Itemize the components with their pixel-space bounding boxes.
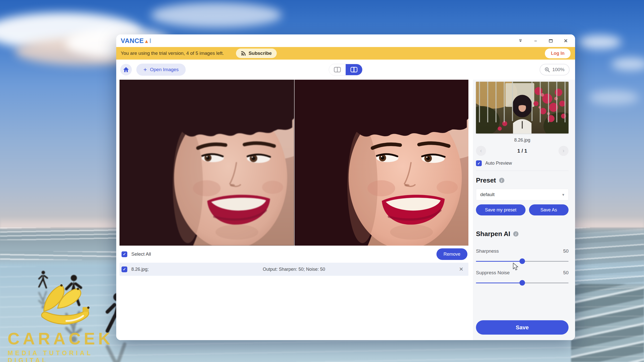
select-all-row: ✓ Select All Remove: [119, 248, 468, 261]
chevron-down-icon: ▾: [562, 192, 564, 197]
watermark-subtitle: MEDIA TUTORIAL DIGITAL: [8, 349, 126, 362]
cloud: [589, 90, 639, 104]
side-by-side-view-button[interactable]: [329, 64, 346, 75]
before-after-compare-view[interactable]: [119, 80, 468, 246]
save-my-preset-button[interactable]: Save my preset: [476, 204, 526, 215]
bananas-icon: [34, 283, 92, 329]
close-button[interactable]: ✕: [563, 38, 569, 43]
slider-thumb[interactable]: [519, 258, 525, 264]
cloud: [151, 3, 282, 28]
main-panel: ✓ Select All Remove ✓ 8.26.jpg; Output: …: [116, 80, 473, 340]
home-button[interactable]: [120, 64, 132, 75]
home-icon: [123, 67, 129, 72]
plus-icon: +: [143, 67, 147, 73]
file-checkbox[interactable]: ✓: [122, 266, 127, 272]
preset-info-icon[interactable]: i: [499, 178, 504, 183]
ocean-foam: [0, 228, 118, 240]
slider-fill: [476, 261, 522, 262]
sidebar-divider: [476, 171, 569, 171]
next-image-button[interactable]: ›: [558, 146, 569, 156]
logo-text: VANCE: [121, 37, 144, 45]
thumbnail-filename: 8.26.jpg: [476, 138, 569, 143]
suppress-noise-label: Suppress Noise: [476, 270, 510, 276]
sharpness-value: 50: [563, 248, 569, 254]
file-output-settings: Output: Sharpen: 50; Noise: 50: [263, 267, 325, 272]
maximize-button[interactable]: [548, 38, 553, 43]
zoom-level-value: 100%: [552, 67, 565, 72]
auto-preview-label: Auto Preview: [485, 161, 512, 166]
file-list-item[interactable]: ✓ 8.26.jpg; Output: Sharpen: 50; Noise: …: [119, 263, 468, 276]
content-area: ✓ Select All Remove ✓ 8.26.jpg; Output: …: [116, 80, 575, 340]
sharpness-slider[interactable]: [476, 258, 569, 264]
cloud: [579, 35, 621, 49]
split-compare-icon: [350, 67, 357, 72]
auto-preview-checkbox[interactable]: ✓: [476, 160, 482, 166]
suppress-noise-row: Suppress Noise 50: [476, 270, 569, 276]
compare-divider[interactable]: [294, 80, 295, 246]
trial-banner: You are using the trial version, 4 of 5 …: [116, 47, 575, 60]
watermark-logo: CARACEK MEDIA TUTORIAL DIGITAL: [8, 283, 126, 362]
collapse-to-tray-button[interactable]: [518, 38, 523, 43]
vanceai-logo: VANCE▲I: [121, 37, 151, 45]
previous-image-button[interactable]: ‹: [476, 146, 486, 156]
preset-selected-value: default: [480, 192, 495, 197]
settings-sidebar: 8.26.jpg ‹ 1 / 1 › ✓ Auto Preview Preset…: [473, 80, 575, 340]
select-all-checkbox[interactable]: ✓: [122, 251, 127, 257]
trial-message: You are using the trial version, 4 of 5 …: [121, 51, 224, 56]
window-controls: – ✕: [518, 38, 569, 43]
view-mode-toggle: [329, 64, 363, 75]
open-images-label: Open Images: [150, 67, 179, 72]
sharpness-label: Sharpness: [476, 248, 499, 254]
zoom-in-magnifier-icon: [545, 67, 550, 72]
save-button[interactable]: Save: [476, 320, 569, 335]
vanceai-window: VANCE▲I – ✕ You are using the trial vers…: [116, 34, 575, 340]
image-thumbnail[interactable]: [476, 82, 569, 133]
login-button[interactable]: Log In: [545, 49, 571, 58]
pager-count: 1 / 1: [517, 148, 527, 154]
rss-icon: [241, 51, 246, 56]
save-as-button[interactable]: Save As: [529, 204, 569, 215]
select-all-label: Select All: [131, 251, 151, 257]
zoom-control[interactable]: 100%: [540, 64, 570, 75]
subscribe-button[interactable]: Subscribe: [236, 49, 277, 58]
image-pager: ‹ 1 / 1 ›: [476, 146, 569, 156]
preset-buttons: Save my preset Save As: [476, 204, 569, 215]
sharpness-row: Sharpness 50: [476, 248, 569, 254]
sharpen-title-text: Sharpen AI: [476, 230, 510, 238]
sharpen-section-title: Sharpen AI i: [476, 230, 569, 238]
preset-title-text: Preset: [476, 176, 496, 184]
preset-dropdown[interactable]: default ▾: [476, 189, 569, 200]
logo-i: I: [149, 37, 151, 45]
split-compare-view-button[interactable]: [346, 64, 362, 75]
minimize-button[interactable]: –: [533, 38, 538, 43]
before-image: [119, 80, 294, 246]
open-images-button[interactable]: + Open Images: [136, 64, 186, 76]
suppress-noise-slider[interactable]: [476, 280, 569, 286]
titlebar: VANCE▲I – ✕: [116, 34, 575, 47]
watermark-title: CARACEK: [8, 330, 126, 347]
maximize-icon: [549, 39, 553, 42]
sharpen-info-icon[interactable]: i: [513, 231, 518, 237]
slider-thumb[interactable]: [519, 280, 525, 286]
after-image: [294, 80, 469, 246]
side-by-side-icon: [334, 67, 341, 72]
auto-preview-row: ✓ Auto Preview: [476, 160, 569, 166]
slider-fill: [476, 283, 522, 283]
desktop: CARACEK MEDIA TUTORIAL DIGITAL VANCE▲I –…: [0, 0, 644, 362]
ocean-foam: [0, 251, 118, 260]
preset-section-title: Preset i: [476, 176, 569, 184]
cloud: [611, 58, 644, 70]
logo-a-triangle: ▲: [144, 38, 149, 44]
file-name: 8.26.jpg;: [131, 267, 149, 272]
remove-button[interactable]: Remove: [436, 248, 467, 260]
subscribe-label: Subscribe: [249, 51, 272, 56]
suppress-noise-value: 50: [563, 270, 569, 276]
tray-arrow-icon: [518, 39, 522, 42]
toolbar: + Open Images: [116, 60, 575, 80]
remove-file-icon[interactable]: ✕: [459, 266, 463, 272]
